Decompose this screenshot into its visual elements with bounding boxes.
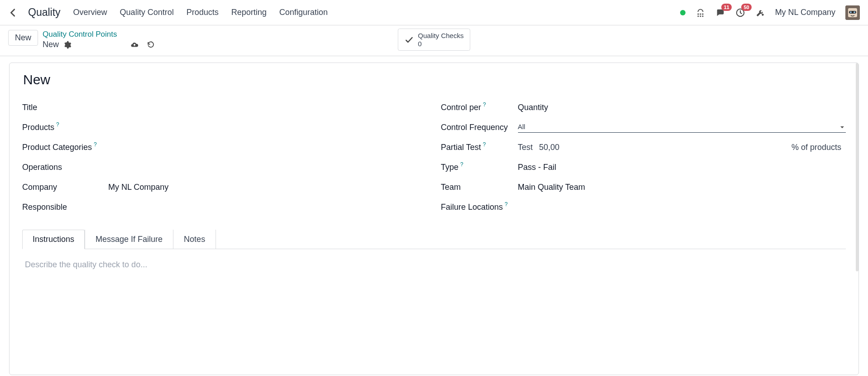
field-partial-test[interactable]: Test 50,00 % of products: [518, 143, 846, 152]
tab-notes[interactable]: Notes: [173, 230, 216, 249]
breadcrumb-current: New: [43, 40, 59, 49]
check-icon: [404, 35, 413, 44]
svg-point-10: [850, 11, 852, 13]
field-control-per[interactable]: Quantity: [518, 103, 846, 112]
form-columns: Title Products Product Categories Operat…: [22, 97, 846, 217]
messages-badge: 11: [721, 4, 731, 11]
svg-rect-4: [700, 15, 701, 17]
control-bar-left: New Quality Control Points New: [8, 30, 155, 49]
top-nav: Quality Overview Quality Control Product…: [0, 0, 868, 25]
form-card: New Title Products Product Categories Op…: [9, 63, 859, 375]
caret-down-icon: [839, 124, 845, 129]
form-right-column: Control per Quantity Control Frequency A…: [441, 97, 846, 217]
partial-test-prefix: Test: [518, 143, 533, 152]
partial-test-value: 50,00: [539, 143, 560, 152]
menu-products[interactable]: Products: [187, 8, 219, 17]
quality-checks-stat-button[interactable]: Quality Checks 0: [398, 29, 470, 51]
field-control-frequency[interactable]: All: [518, 122, 846, 133]
breadcrumb-parent-link[interactable]: Quality Control Points: [43, 30, 155, 39]
tab-message-if-failure[interactable]: Message If Failure: [85, 230, 173, 249]
gear-icon[interactable]: [63, 41, 72, 49]
app-logo-icon[interactable]: [8, 8, 18, 18]
label-responsible: Responsible: [22, 202, 108, 212]
presence-indicator-icon: [680, 10, 686, 15]
label-control-per: Control per: [441, 103, 518, 112]
tab-instructions[interactable]: Instructions: [22, 230, 85, 249]
instructions-editor[interactable]: Describe the quality check to do...: [22, 249, 846, 280]
control-bar-right: [857, 36, 860, 43]
breadcrumb: Quality Control Points New: [43, 30, 155, 49]
label-team: Team: [441, 183, 518, 192]
control-frequency-value: All: [518, 123, 526, 130]
cloud-unsaved-icon[interactable]: [130, 41, 139, 49]
app-title[interactable]: Quality: [28, 6, 61, 19]
scrollbar[interactable]: [856, 63, 858, 271]
main-menu: Overview Quality Control Products Report…: [73, 8, 328, 17]
new-button[interactable]: New: [8, 30, 38, 46]
activities-badge: 50: [741, 4, 751, 11]
status-indicators: [130, 41, 155, 49]
messages-icon[interactable]: 11: [715, 8, 725, 18]
form-container: New Title Products Product Categories Op…: [0, 56, 868, 375]
user-avatar[interactable]: [845, 5, 860, 20]
activities-icon[interactable]: 50: [735, 8, 745, 18]
partial-test-suffix: % of products: [791, 143, 846, 152]
label-partial-test: Partial Test: [441, 143, 518, 152]
field-company[interactable]: My NL Company: [108, 183, 427, 192]
svg-rect-5: [702, 15, 703, 17]
form-tabs: Instructions Message If Failure Notes: [22, 230, 846, 249]
menu-reporting[interactable]: Reporting: [231, 8, 267, 17]
quality-checks-label: Quality Checks: [418, 32, 464, 39]
field-team[interactable]: Main Quality Team: [518, 183, 846, 192]
top-nav-left: Quality Overview Quality Control Product…: [8, 6, 328, 19]
form-title: New: [23, 72, 846, 87]
label-product-categories: Product Categories: [22, 143, 108, 152]
form-left-column: Title Products Product Categories Operat…: [22, 97, 427, 217]
svg-rect-0: [697, 13, 699, 14]
top-nav-right: 11 50 My NL Company: [680, 5, 860, 20]
quality-checks-count: 0: [418, 40, 464, 48]
svg-rect-3: [697, 15, 699, 17]
company-switcher[interactable]: My NL Company: [775, 8, 835, 17]
svg-rect-2: [702, 13, 703, 14]
svg-rect-1: [700, 13, 701, 14]
label-title: Title: [22, 103, 108, 112]
label-type: Type: [441, 163, 518, 172]
menu-configuration[interactable]: Configuration: [279, 8, 328, 17]
label-operations: Operations: [22, 163, 108, 172]
field-type[interactable]: Pass - Fail: [518, 163, 846, 172]
menu-overview[interactable]: Overview: [73, 8, 107, 17]
tools-icon[interactable]: [755, 8, 765, 18]
dialpad-icon[interactable]: [695, 8, 705, 18]
discard-icon[interactable]: [147, 41, 155, 49]
label-products: Products: [22, 123, 108, 132]
svg-point-11: [854, 11, 855, 13]
control-bar: New Quality Control Points New: [0, 25, 868, 56]
label-failure-locations: Failure Locations: [441, 202, 518, 212]
label-company: Company: [22, 183, 108, 192]
menu-quality-control[interactable]: Quality Control: [120, 8, 174, 17]
label-control-frequency: Control Frequency: [441, 123, 518, 132]
stat-buttons: Quality Checks 0: [398, 29, 470, 51]
